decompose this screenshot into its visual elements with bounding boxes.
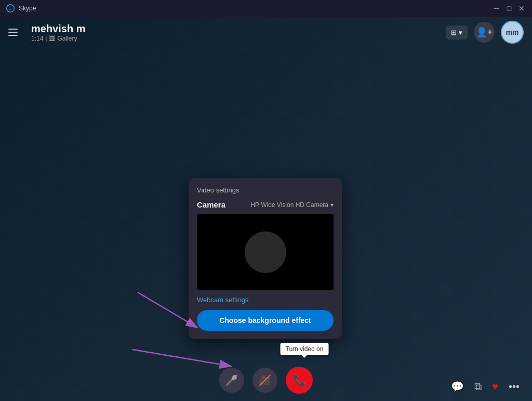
add-people-button[interactable]: 👤+ bbox=[474, 22, 495, 43]
camera-slash bbox=[252, 368, 277, 393]
mute-audio-button[interactable]: 🎤 bbox=[219, 368, 244, 393]
call-header: mehvish m 1:14 | 🖼 Gallery ⊞ ▾ 👤+ mm bbox=[0, 17, 532, 48]
phone-icon: 📞 bbox=[293, 374, 306, 386]
webcam-settings-link[interactable]: Webcam settings bbox=[197, 296, 334, 304]
video-settings-popup: Video settings Camera HP Wide Vision HD … bbox=[189, 178, 342, 339]
title-bar: Skype ─ □ ✕ bbox=[0, 0, 532, 17]
camera-name: HP Wide Vision HD Camera bbox=[250, 201, 328, 209]
gallery-icon: 🖼 bbox=[49, 35, 55, 42]
chevron-down-icon: ▾ bbox=[459, 29, 462, 36]
camera-preview-avatar bbox=[245, 231, 286, 273]
camera-row: Camera HP Wide Vision HD Camera ▾ bbox=[197, 200, 334, 209]
avatar-initials: mm bbox=[506, 28, 519, 36]
view-mode-label: Gallery bbox=[57, 35, 77, 42]
maximize-button[interactable]: □ bbox=[505, 4, 513, 12]
camera-label: Camera bbox=[197, 200, 225, 209]
choose-background-button[interactable]: Choose background effect bbox=[197, 310, 334, 331]
skype-icon bbox=[6, 4, 15, 12]
main-content: mehvish m 1:14 | 🖼 Gallery ⊞ ▾ 👤+ mm Vid… bbox=[0, 17, 532, 401]
view-toggle-button[interactable]: ⊞ ▾ bbox=[446, 25, 468, 40]
header-actions: ⊞ ▾ 👤+ mm bbox=[446, 21, 524, 44]
app-title: Skype bbox=[19, 5, 493, 12]
turn-video-on-tooltip: Turn video on bbox=[281, 343, 329, 355]
tooltip-text: Turn video on bbox=[286, 345, 324, 353]
bottom-controls: 🎤 🎥 📞 bbox=[0, 359, 532, 401]
title-area: mehvish m 1:14 | 🖼 Gallery bbox=[31, 22, 446, 42]
popup-title: Video settings bbox=[197, 186, 334, 194]
call-time: 1:14 bbox=[31, 35, 43, 42]
view-icon: ⊞ bbox=[451, 29, 457, 36]
minimize-button[interactable]: ─ bbox=[493, 4, 501, 12]
add-person-icon: 👤+ bbox=[476, 27, 493, 38]
chevron-down-icon: ▾ bbox=[330, 201, 334, 209]
call-subtitle: 1:14 | 🖼 Gallery bbox=[31, 35, 446, 42]
mute-video-button[interactable]: 🎥 bbox=[252, 368, 277, 393]
call-user-name: mehvish m bbox=[31, 22, 446, 35]
mute-slash bbox=[219, 368, 244, 393]
end-call-button[interactable]: 📞 bbox=[286, 367, 313, 394]
hamburger-menu[interactable] bbox=[8, 24, 25, 41]
user-avatar[interactable]: mm bbox=[501, 21, 524, 44]
window-controls: ─ □ ✕ bbox=[493, 4, 526, 12]
camera-preview bbox=[197, 214, 334, 290]
camera-select-button[interactable]: HP Wide Vision HD Camera ▾ bbox=[250, 201, 334, 209]
close-button[interactable]: ✕ bbox=[517, 4, 526, 12]
